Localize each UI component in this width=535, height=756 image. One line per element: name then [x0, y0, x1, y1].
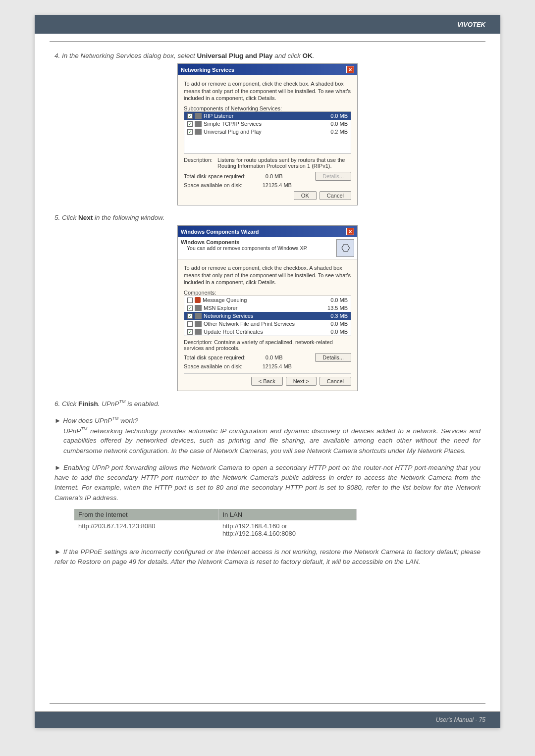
wizard-heading: Windows Components — [181, 239, 308, 245]
checkbox-icon[interactable]: ✓ — [187, 305, 193, 311]
details-button[interactable]: Details... — [315, 172, 351, 181]
checkbox-icon[interactable]: ✓ — [187, 298, 193, 303]
page-footer: User's Manual - 75 — [35, 711, 500, 728]
table-cell: http://192.168.4.160 or http://192.168.4… — [218, 520, 357, 539]
list-item[interactable]: ✓Update Root Certificates 0.0 MB — [184, 328, 351, 336]
footer-divider — [50, 703, 485, 704]
step-4: 4. In the Networking Services dialog box… — [54, 51, 481, 61]
description-label: Description: — [184, 157, 217, 169]
checkbox-icon[interactable]: ✓ — [187, 121, 193, 127]
ip-address-table: From the Internet In LAN http://203.67.1… — [74, 509, 357, 539]
table-cell: http://203.67.124.123:8080 — [74, 520, 218, 539]
checkbox-icon[interactable]: ✓ — [187, 313, 193, 319]
cancel-button[interactable]: Cancel — [320, 191, 351, 200]
faq-q1-body: UPnPTM networking technology provides au… — [54, 426, 481, 456]
networking-services-dialog: Networking Services × To add or remove a… — [177, 63, 358, 205]
cancel-button[interactable]: Cancel — [320, 377, 351, 386]
required-value: 0.0 MB — [266, 354, 283, 360]
wizard-icon: ⎔ — [336, 239, 354, 257]
close-icon[interactable]: × — [346, 228, 354, 235]
component-icon — [195, 113, 202, 119]
wizard-subheading: You can add or remove components of Wind… — [187, 245, 308, 251]
available-label: Space available on disk: — [184, 363, 243, 369]
available-value: 12125.4 MB — [263, 363, 292, 369]
description-label: Description: — [184, 339, 213, 345]
components-list: ✓Message Queuing 0.0 MB ✓MSN Explorer 13… — [184, 296, 351, 336]
dialog-intro: To add or remove a component, click the … — [184, 80, 351, 101]
checkbox-icon[interactable]: ✓ — [187, 321, 193, 327]
available-value: 12125.4 MB — [263, 182, 292, 188]
close-icon[interactable]: × — [346, 66, 354, 73]
step-6: 6. Click Finish. UPnPTM is enabled. — [54, 399, 481, 409]
step-5: 5. Click Next in the following window. — [54, 213, 481, 223]
list-item[interactable]: ✓Simple TCP/IP Services 0.0 MB — [184, 120, 351, 128]
component-icon — [195, 297, 201, 303]
checkbox-icon[interactable]: ✓ — [187, 113, 193, 119]
checkbox-icon[interactable]: ✓ — [187, 129, 193, 135]
dialog-titlebar: Networking Services × — [178, 64, 357, 75]
next-button[interactable]: Next > — [286, 377, 317, 386]
faq-q1-heading: ► How does UPnPTM work? — [54, 416, 481, 424]
dialog-title-text: Windows Components Wizard — [181, 229, 259, 235]
windows-components-wizard-dialog: Windows Components Wizard × Windows Comp… — [177, 225, 358, 391]
component-icon — [195, 329, 202, 335]
table-header: In LAN — [218, 509, 357, 520]
dialog-titlebar: Windows Components Wizard × — [178, 226, 357, 237]
description-text: Listens for route updates sent by router… — [217, 157, 351, 169]
brand-label: VIVOTEK — [457, 21, 485, 28]
dialog-intro: To add or remove a component, click the … — [184, 264, 351, 286]
list-item[interactable]: ✓Universal Plug and Play 0.2 MB — [184, 128, 351, 136]
required-value: 0.0 MB — [266, 173, 283, 179]
component-icon — [195, 121, 202, 127]
required-label: Total disk space required: — [184, 173, 246, 179]
subcomponents-label: Subcomponents of Networking Services: — [184, 105, 351, 111]
component-icon — [195, 313, 202, 319]
faq-q2-body: ► Enabling UPnP port forwarding allows t… — [54, 463, 481, 503]
component-icon — [195, 129, 202, 135]
list-item[interactable]: ✓MSN Explorer 13.5 MB — [184, 304, 351, 312]
list-item[interactable]: ✓Other Network File and Print Services 0… — [184, 320, 351, 328]
dialog-title-text: Networking Services — [181, 67, 234, 73]
page-header: VIVOTEK — [35, 15, 500, 34]
back-button[interactable]: < Back — [251, 377, 283, 386]
list-item[interactable]: ✓Message Queuing 0.0 MB — [184, 296, 351, 304]
required-label: Total disk space required: — [184, 354, 246, 360]
components-label: Components: — [184, 290, 351, 296]
footer-text: User's Manual - 75 — [436, 716, 485, 723]
available-label: Space available on disk: — [184, 182, 243, 188]
ok-button[interactable]: OK — [294, 191, 317, 200]
details-button[interactable]: Details... — [315, 353, 351, 362]
list-item[interactable]: ✓RIP Listener 0.0 MB — [184, 112, 351, 120]
component-icon — [195, 321, 202, 327]
subcomponents-list: ✓RIP Listener 0.0 MB ✓Simple TCP/IP Serv… — [184, 111, 351, 154]
faq-q3-body: ► If the PPPoE settings are incorrectly … — [54, 547, 481, 567]
component-icon — [195, 305, 202, 311]
table-header: From the Internet — [74, 509, 218, 520]
list-item[interactable]: ✓Networking Services 0.3 MB — [184, 312, 351, 320]
checkbox-icon[interactable]: ✓ — [187, 329, 193, 335]
